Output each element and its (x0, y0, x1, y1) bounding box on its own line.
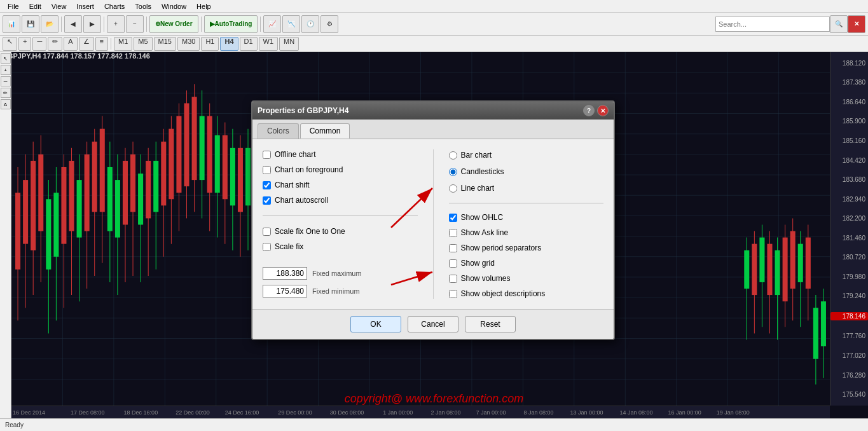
show-grid-row: Show grid (449, 258, 604, 268)
show-period-label: Show period separators (461, 243, 542, 252)
offline-chart-checkbox[interactable] (263, 151, 271, 159)
show-ohlc-label: Show OHLC (461, 213, 504, 222)
left-divider-1 (263, 216, 418, 216)
spacer-1 (263, 257, 418, 262)
chart-autoscroll-checkbox[interactable] (263, 196, 271, 205)
dialog-titlebar: Properties of GBPJPY,H4 ? ✕ (252, 102, 614, 120)
fixed-min-row: Fixed minimum (263, 285, 418, 298)
scale-fix-row: Scale fix (263, 242, 418, 252)
panel-separator (433, 149, 434, 299)
fixed-min-label: Fixed minimum (312, 287, 360, 295)
chart-foreground-checkbox[interactable] (263, 166, 271, 174)
show-obj-desc-checkbox[interactable] (449, 290, 457, 298)
chart-foreground-row: Chart on foreground (263, 165, 418, 175)
scale-one-row: Scale fix One to One (263, 226, 418, 236)
fixed-max-input[interactable] (263, 267, 307, 280)
line-chart-label: Line chart (461, 184, 495, 193)
cancel-button[interactable]: Cancel (408, 316, 458, 332)
dialog-controls: ? ✕ (583, 105, 609, 116)
help-button[interactable]: ? (583, 105, 595, 116)
tab-colors[interactable]: Colors (258, 123, 299, 139)
show-obj-desc-row: Show object descriptions (449, 289, 604, 299)
show-period-row: Show period separators (449, 243, 604, 253)
show-volumes-checkbox[interactable] (449, 275, 457, 283)
left-panel: Offline chart Chart on foreground Chart … (263, 149, 418, 299)
fixed-max-label: Fixed maximum (312, 270, 362, 277)
show-grid-checkbox[interactable] (449, 259, 457, 268)
tab-common[interactable]: Common (300, 123, 350, 139)
show-volumes-label: Show volumes (461, 274, 511, 283)
show-ask-checkbox[interactable] (449, 229, 457, 237)
chart-autoscroll-label: Chart autoscroll (275, 196, 328, 205)
dialog-tabs: Colors Common (252, 120, 614, 139)
chart-shift-checkbox[interactable] (263, 181, 271, 189)
chart-shift-label: Chart shift (275, 181, 310, 189)
candlesticks-radio[interactable] (449, 168, 457, 176)
scale-fix-checkbox[interactable] (263, 243, 271, 251)
show-volumes-row: Show volumes (449, 273, 604, 284)
right-sep-1 (449, 203, 604, 203)
ok-button[interactable]: OK (350, 316, 401, 332)
right-panel: Bar chart Candlesticks Line chart Show O… (449, 149, 604, 299)
fixed-max-row: Fixed maximum (263, 267, 418, 280)
candlesticks-label: Candlesticks (461, 167, 504, 176)
scale-one-checkbox[interactable] (263, 228, 271, 236)
show-grid-label: Show grid (461, 259, 495, 268)
dialog-footer: OK Cancel Reset (252, 309, 614, 339)
show-ohlc-checkbox[interactable] (449, 214, 457, 222)
fixed-min-input[interactable] (263, 285, 307, 298)
line-chart-row: Line chart (449, 182, 604, 194)
show-period-checkbox[interactable] (449, 244, 457, 252)
offline-chart-label: Offline chart (275, 150, 315, 159)
show-obj-desc-label: Show object descriptions (461, 289, 546, 298)
line-chart-radio[interactable] (449, 184, 457, 193)
candlesticks-row: Candlesticks (449, 166, 604, 177)
dialog-title: Properties of GBPJPY,H4 (258, 106, 348, 115)
show-ask-label: Show Ask line (461, 228, 509, 237)
close-button[interactable]: ✕ (597, 105, 609, 116)
scale-fix-label: Scale fix (275, 242, 303, 251)
show-ask-row: Show Ask line (449, 228, 604, 238)
dialog-content: Offline chart Chart on foreground Chart … (252, 139, 614, 309)
offline-chart-row: Offline chart (263, 149, 418, 160)
bar-chart-label: Bar chart (461, 151, 492, 160)
chart-shift-row: Chart shift (263, 180, 418, 190)
properties-dialog: Properties of GBPJPY,H4 ? ✕ Colors Commo… (251, 100, 615, 340)
bar-chart-radio[interactable] (449, 151, 457, 160)
modal-overlay: Properties of GBPJPY,H4 ? ✕ Colors Commo… (0, 0, 868, 431)
reset-button[interactable]: Reset (465, 316, 516, 332)
bar-chart-row: Bar chart (449, 149, 604, 161)
chart-foreground-label: Chart on foreground (275, 165, 343, 174)
show-ohlc-row: Show OHLC (449, 212, 604, 222)
chart-autoscroll-row: Chart autoscroll (263, 195, 418, 205)
scale-one-label: Scale fix One to One (275, 227, 345, 236)
